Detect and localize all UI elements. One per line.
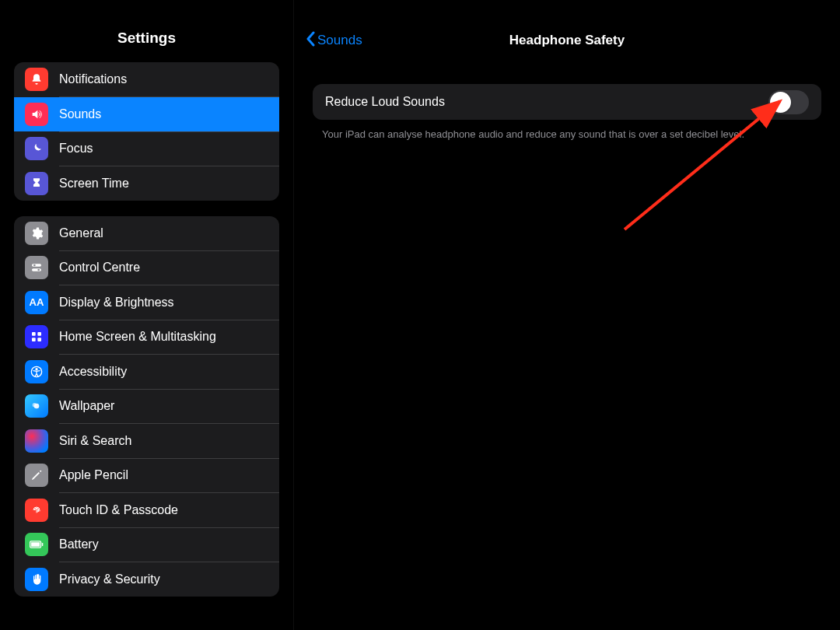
svg-line-18	[625, 101, 780, 229]
hourglass-icon	[25, 172, 48, 195]
svg-rect-8	[32, 338, 36, 341]
settings-sidebar: Settings Notifications Sounds	[0, 0, 293, 630]
sidebar-item-label: Siri & Search	[59, 434, 131, 448]
svg-rect-16	[42, 543, 43, 546]
switches-icon	[25, 256, 48, 279]
sidebar-item-home-screen[interactable]: Home Screen & Multitasking	[14, 320, 279, 354]
text-size-icon: AA	[25, 291, 48, 314]
sidebar-item-control-centre[interactable]: Control Centre	[14, 250, 279, 285]
siri-icon	[25, 429, 48, 453]
battery-icon	[25, 533, 48, 556]
svg-point-11	[36, 368, 37, 369]
grid-icon	[25, 325, 48, 348]
sidebar-item-label: General	[59, 226, 103, 240]
chevron-left-icon	[305, 31, 316, 51]
sidebar-item-label: Battery	[59, 537, 99, 551]
sidebar-item-wallpaper[interactable]: Wallpaper	[14, 389, 279, 423]
accessibility-icon	[25, 360, 48, 383]
sidebar-item-battery[interactable]: Battery	[14, 527, 279, 562]
svg-rect-7	[37, 332, 41, 336]
sidebar-item-label: Privacy & Security	[59, 572, 160, 586]
bell-icon	[25, 68, 48, 91]
sidebar-item-label: Sounds	[59, 107, 101, 121]
speaker-icon	[25, 103, 48, 126]
setting-label: Reduce Loud Sounds	[325, 95, 445, 109]
reduce-loud-sounds-toggle[interactable]	[768, 90, 809, 114]
sidebar-item-label: Accessibility	[59, 365, 127, 379]
svg-point-4	[33, 264, 36, 267]
sidebar-item-accessibility[interactable]: Accessibility	[14, 355, 279, 389]
toggle-knob	[770, 92, 791, 113]
sidebar-item-display-brightness[interactable]: AA Display & Brightness	[14, 285, 279, 320]
wallpaper-icon	[25, 394, 48, 418]
back-label: Sounds	[317, 33, 362, 48]
svg-rect-6	[32, 332, 36, 336]
sidebar-item-general[interactable]: General	[14, 216, 279, 250]
sidebar-group-2: General Control Centre AA Display & Brig…	[14, 216, 279, 597]
sidebar-item-label: Apple Pencil	[59, 468, 128, 482]
fingerprint-icon	[25, 499, 48, 522]
svg-rect-15	[31, 542, 40, 547]
sidebar-item-label: Touch ID & Passcode	[59, 503, 178, 517]
sidebar-item-label: Notifications	[59, 72, 127, 86]
sidebar-group-1: Notifications Sounds Focus	[14, 62, 279, 201]
sidebar-item-touch-id[interactable]: Touch ID & Passcode	[14, 493, 279, 527]
sidebar-item-label: Control Centre	[59, 261, 140, 275]
sidebar-item-notifications[interactable]: Notifications	[14, 62, 279, 96]
svg-point-13	[33, 403, 37, 407]
sidebar-item-screen-time[interactable]: Screen Time	[14, 166, 279, 201]
svg-rect-2	[32, 264, 41, 266]
sidebar-item-label: Display & Brightness	[59, 296, 174, 310]
reduce-loud-sounds-row[interactable]: Reduce Loud Sounds	[313, 84, 821, 120]
sidebar-item-label: Wallpaper	[59, 399, 114, 413]
sidebar-title: Settings	[0, 30, 293, 47]
main-panel: Sounds Headphone Safety Reduce Loud Soun…	[293, 0, 840, 630]
sidebar-item-focus[interactable]: Focus	[14, 131, 279, 166]
svg-rect-3	[32, 268, 41, 271]
setting-description: Your iPad can analyse headphone audio an…	[322, 128, 812, 142]
gear-icon	[25, 222, 48, 245]
sidebar-item-label: Home Screen & Multitasking	[59, 330, 216, 344]
sidebar-item-privacy-security[interactable]: Privacy & Security	[14, 562, 279, 597]
svg-rect-9	[37, 338, 41, 341]
pencil-icon	[25, 464, 48, 487]
main-header: Sounds Headphone Safety	[294, 19, 840, 62]
sidebar-item-label: Screen Time	[59, 177, 129, 191]
back-button[interactable]: Sounds	[305, 31, 362, 51]
sidebar-item-label: Focus	[59, 142, 93, 156]
sidebar-item-sounds[interactable]: Sounds	[14, 97, 279, 131]
sidebar-item-apple-pencil[interactable]: Apple Pencil	[14, 458, 279, 492]
moon-icon	[25, 137, 48, 160]
page-title: Headphone Safety	[509, 33, 625, 48]
svg-point-5	[37, 269, 40, 271]
sidebar-item-siri-search[interactable]: Siri & Search	[14, 424, 279, 458]
hand-icon	[25, 568, 48, 591]
